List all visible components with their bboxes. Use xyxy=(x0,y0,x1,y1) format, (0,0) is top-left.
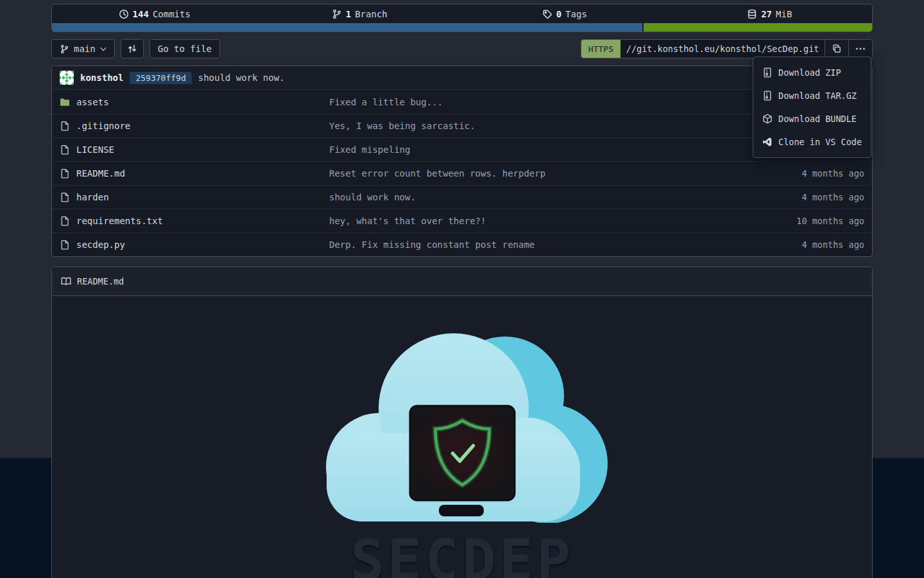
file-commit-message[interactable]: Yes, I was being sarcastic. xyxy=(329,121,762,131)
menu-item-download-bundle[interactable]: Download BUNDLE xyxy=(753,107,871,130)
menu-item-label: Download TAR.GZ xyxy=(778,91,857,101)
readme-content: SECDEP xyxy=(52,296,872,578)
clone-protocol-button[interactable]: HTTPS xyxy=(581,40,620,58)
branch-icon xyxy=(332,9,342,19)
stat-tags-value: 0 xyxy=(556,9,561,19)
stat-branches-value: 1 xyxy=(346,9,351,19)
stat-tags-label: Tags xyxy=(565,9,587,19)
stat-size[interactable]: 27 MiB xyxy=(667,9,873,19)
cloud-logo-image xyxy=(316,330,608,523)
file-commit-message[interactable]: should work now. xyxy=(329,192,762,202)
table-row: secdep.py Derp. Fix missing constant pos… xyxy=(52,232,872,256)
language-bar-segment-blue[interactable] xyxy=(52,23,642,31)
file-age: 4 months ago xyxy=(762,192,864,202)
folder-icon xyxy=(60,97,70,107)
database-icon xyxy=(747,9,757,19)
branch-selector-button[interactable]: main xyxy=(51,39,115,58)
readme-panel: README.md xyxy=(51,267,873,578)
file-name[interactable]: secdep.py xyxy=(76,240,125,250)
project-logo: SECDEP xyxy=(316,330,608,578)
file-age: 4 months ago xyxy=(762,240,864,250)
stat-commits-label: Commits xyxy=(153,9,191,19)
vscode-icon xyxy=(762,137,773,147)
book-icon xyxy=(61,276,71,286)
language-bar-segment-green[interactable] xyxy=(644,23,872,31)
stat-size-label: MiB xyxy=(776,9,792,19)
file-icon xyxy=(60,144,70,155)
branch-selector-label: main xyxy=(74,44,96,54)
clone-options-menu: Download ZIP Download TAR.GZ Download BU… xyxy=(753,57,871,158)
history-icon xyxy=(119,9,129,19)
file-commit-message[interactable]: Derp. Fix missing constant post rename xyxy=(329,240,762,250)
file-icon xyxy=(60,168,70,179)
compare-branches-button[interactable] xyxy=(121,39,144,58)
file-name[interactable]: .gitignore xyxy=(76,121,130,131)
latest-commit-row: konsthol 259370ff9d should work now. xyxy=(52,66,872,90)
file-name[interactable]: README.md xyxy=(76,168,125,179)
file-icon xyxy=(60,192,70,202)
git-compare-icon xyxy=(127,44,137,54)
zip-file-icon xyxy=(762,67,773,78)
avatar xyxy=(60,71,74,85)
table-row: README.md Reset error count between rows… xyxy=(52,161,872,185)
copy-icon xyxy=(832,44,842,54)
stat-commits-value: 144 xyxy=(133,9,149,19)
commit-author[interactable]: konsthol xyxy=(80,73,123,83)
repo-stats-bar: 144 Commits 1 Branch 0 Tags 27 MiB xyxy=(51,4,873,32)
file-commit-message[interactable]: hey, what's that over there?! xyxy=(329,216,762,226)
table-row: requirements.txt hey, what's that over t… xyxy=(52,209,872,232)
branch-icon xyxy=(60,44,69,54)
menu-item-download-zip[interactable]: Download ZIP xyxy=(753,61,871,84)
table-row: LICENSE Fixed mispeling xyxy=(52,137,872,161)
file-name[interactable]: requirements.txt xyxy=(76,216,163,226)
stat-branches-label: Branch xyxy=(355,9,388,19)
language-bar xyxy=(52,23,872,31)
file-icon xyxy=(60,121,70,131)
readme-filename: README.md xyxy=(77,276,124,286)
zip-file-icon xyxy=(762,91,773,101)
file-commit-message[interactable]: Fixed a little bug... xyxy=(329,97,762,107)
package-icon xyxy=(762,114,773,124)
file-icon xyxy=(60,216,70,226)
ellipsis-icon xyxy=(855,48,866,50)
readme-header: README.md xyxy=(52,267,872,296)
tag-icon xyxy=(542,9,552,19)
more-operations-button[interactable] xyxy=(848,40,872,58)
file-commit-message[interactable]: Reset error count between rows. herpderp xyxy=(329,168,762,179)
clone-url-input[interactable] xyxy=(620,40,825,58)
menu-item-label: Download ZIP xyxy=(778,67,841,78)
file-name[interactable]: LICENSE xyxy=(76,144,114,155)
stat-tags[interactable]: 0 Tags xyxy=(462,9,667,19)
repo-toolbar: main Go to file HTTPS xyxy=(51,39,873,59)
go-to-file-label: Go to file xyxy=(158,44,212,54)
stat-commits[interactable]: 144 Commits xyxy=(52,9,257,19)
menu-item-label: Download BUNDLE xyxy=(778,114,857,124)
clone-url-group: HTTPS xyxy=(581,39,873,58)
menu-item-download-targz[interactable]: Download TAR.GZ xyxy=(753,84,871,107)
commit-message[interactable]: should work now. xyxy=(198,73,285,83)
menu-item-clone-vscode[interactable]: Clone in VS Code xyxy=(753,130,871,153)
file-icon xyxy=(60,240,70,250)
commit-hash-badge[interactable]: 259370ff9d xyxy=(130,72,191,84)
logo-wordmark: SECDEP xyxy=(316,532,608,578)
table-row: harden should work now. 4 months ago xyxy=(52,185,872,209)
file-name[interactable]: assets xyxy=(76,97,109,107)
file-commit-message[interactable]: Fixed mispeling xyxy=(329,144,762,155)
table-row: .gitignore Yes, I was being sarcastic. xyxy=(52,114,872,137)
file-age: 4 months ago xyxy=(762,168,864,179)
table-row: assets Fixed a little bug... xyxy=(52,90,872,114)
file-age: 10 months ago xyxy=(762,216,864,226)
stat-size-value: 27 xyxy=(761,9,772,19)
stat-branches[interactable]: 1 Branch xyxy=(257,9,463,19)
file-name[interactable]: harden xyxy=(76,192,109,202)
menu-item-label: Clone in VS Code xyxy=(778,137,862,147)
chevron-down-icon xyxy=(100,47,107,51)
go-to-file-button[interactable]: Go to file xyxy=(150,39,220,58)
copy-url-button[interactable] xyxy=(825,40,848,58)
file-table: konsthol 259370ff9d should work now. ass… xyxy=(51,66,873,257)
